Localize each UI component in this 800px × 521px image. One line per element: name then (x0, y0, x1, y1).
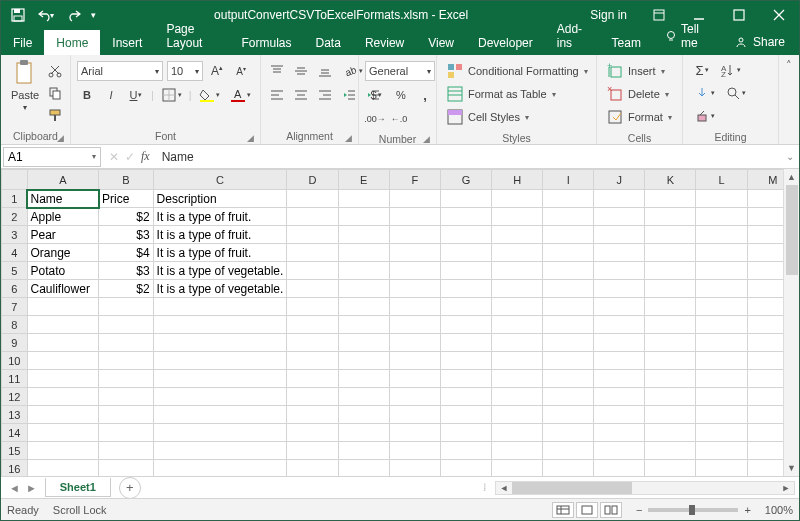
column-header-E[interactable]: E (338, 170, 389, 190)
cell-F13[interactable] (389, 406, 440, 424)
cell-L11[interactable] (696, 370, 747, 388)
cell-B8[interactable] (99, 316, 153, 334)
cell-D1[interactable] (287, 190, 338, 208)
cell-K8[interactable] (645, 316, 696, 334)
cell-B5[interactable]: $3 (99, 262, 153, 280)
format-as-table-button[interactable]: Format as Table▾ (443, 83, 560, 105)
cell-D7[interactable] (287, 298, 338, 316)
cell-H2[interactable] (492, 208, 543, 226)
sheet-tab-active[interactable]: Sheet1 (45, 478, 111, 497)
cell-L9[interactable] (696, 334, 747, 352)
view-page-layout-button[interactable] (576, 502, 598, 518)
cell-A6[interactable]: Cauliflower (27, 280, 99, 298)
cell-C8[interactable] (153, 316, 287, 334)
cell-C14[interactable] (153, 424, 287, 442)
conditional-formatting-button[interactable]: Conditional Formatting▾ (443, 60, 592, 82)
row-header-10[interactable]: 10 (2, 352, 28, 370)
cell-I8[interactable] (543, 316, 594, 334)
cell-J11[interactable] (594, 370, 645, 388)
cell-J16[interactable] (594, 460, 645, 477)
cell-J5[interactable] (594, 262, 645, 280)
cell-C16[interactable] (153, 460, 287, 477)
cell-D4[interactable] (287, 244, 338, 262)
cell-H3[interactable] (492, 226, 543, 244)
cell-D5[interactable] (287, 262, 338, 280)
row-header-7[interactable]: 7 (2, 298, 28, 316)
cell-J10[interactable] (594, 352, 645, 370)
cell-H10[interactable] (492, 352, 543, 370)
cell-E10[interactable] (338, 352, 389, 370)
find-select-button[interactable]: ▾ (722, 83, 749, 103)
cell-A13[interactable] (27, 406, 99, 424)
cell-C1[interactable]: Description (153, 190, 287, 208)
row-header-6[interactable]: 6 (2, 280, 28, 298)
fill-color-button[interactable]: ▾ (196, 85, 223, 105)
cell-E2[interactable] (338, 208, 389, 226)
cell-C15[interactable] (153, 442, 287, 460)
cell-F3[interactable] (389, 226, 440, 244)
cell-I1[interactable] (543, 190, 594, 208)
align-left-button[interactable] (267, 85, 287, 105)
cell-F15[interactable] (389, 442, 440, 460)
row-header-1[interactable]: 1 (2, 190, 28, 208)
cell-K13[interactable] (645, 406, 696, 424)
cell-L6[interactable] (696, 280, 747, 298)
zoom-in-icon[interactable]: + (744, 504, 750, 516)
tab-nav-next-icon[interactable]: ► (26, 482, 37, 494)
cell-J12[interactable] (594, 388, 645, 406)
view-page-break-button[interactable] (600, 502, 622, 518)
tab-data[interactable]: Data (304, 30, 353, 55)
cell-L10[interactable] (696, 352, 747, 370)
format-cells-button[interactable]: Format▾ (603, 106, 676, 128)
cell-K12[interactable] (645, 388, 696, 406)
cell-K15[interactable] (645, 442, 696, 460)
zoom-knob[interactable] (689, 505, 695, 515)
cell-H9[interactable] (492, 334, 543, 352)
cell-L4[interactable] (696, 244, 747, 262)
tab-view[interactable]: View (416, 30, 466, 55)
cell-H6[interactable] (492, 280, 543, 298)
cell-K6[interactable] (645, 280, 696, 298)
cell-J8[interactable] (594, 316, 645, 334)
cell-E7[interactable] (338, 298, 389, 316)
cell-J3[interactable] (594, 226, 645, 244)
cell-K3[interactable] (645, 226, 696, 244)
row-header-9[interactable]: 9 (2, 334, 28, 352)
grid-viewport[interactable]: ABCDEFGHIJKLM1NamePriceDescription2Apple… (1, 169, 799, 476)
clipboard-dialog-launcher-icon[interactable]: ◢ (57, 133, 64, 143)
select-all-corner[interactable] (2, 170, 28, 190)
cell-F6[interactable] (389, 280, 440, 298)
horizontal-scroll-thumb[interactable] (512, 482, 632, 494)
scroll-right-icon[interactable]: ► (778, 483, 794, 493)
cell-K16[interactable] (645, 460, 696, 477)
cell-H1[interactable] (492, 190, 543, 208)
cell-B7[interactable] (99, 298, 153, 316)
cell-A5[interactable]: Potato (27, 262, 99, 280)
vertical-scrollbar[interactable]: ▲ ▼ (783, 169, 799, 476)
cell-A10[interactable] (27, 352, 99, 370)
decrease-indent-button[interactable] (339, 85, 359, 105)
cell-B2[interactable]: $2 (99, 208, 153, 226)
cell-E9[interactable] (338, 334, 389, 352)
cell-K5[interactable] (645, 262, 696, 280)
align-right-button[interactable] (315, 85, 335, 105)
cell-G12[interactable] (440, 388, 491, 406)
cell-A15[interactable] (27, 442, 99, 460)
cell-L2[interactable] (696, 208, 747, 226)
cell-C3[interactable]: It is a type of fruit. (153, 226, 287, 244)
percent-format-button[interactable]: % (391, 85, 411, 105)
cell-I12[interactable] (543, 388, 594, 406)
cell-A14[interactable] (27, 424, 99, 442)
cell-L1[interactable] (696, 190, 747, 208)
cell-G3[interactable] (440, 226, 491, 244)
cell-G11[interactable] (440, 370, 491, 388)
cell-G16[interactable] (440, 460, 491, 477)
enter-formula-icon[interactable]: ✓ (125, 150, 135, 164)
underline-button[interactable]: U▾ (125, 85, 147, 105)
cell-I15[interactable] (543, 442, 594, 460)
cell-H13[interactable] (492, 406, 543, 424)
cell-E8[interactable] (338, 316, 389, 334)
zoom-out-icon[interactable]: − (636, 504, 642, 516)
cell-I2[interactable] (543, 208, 594, 226)
tab-insert[interactable]: Insert (100, 30, 154, 55)
